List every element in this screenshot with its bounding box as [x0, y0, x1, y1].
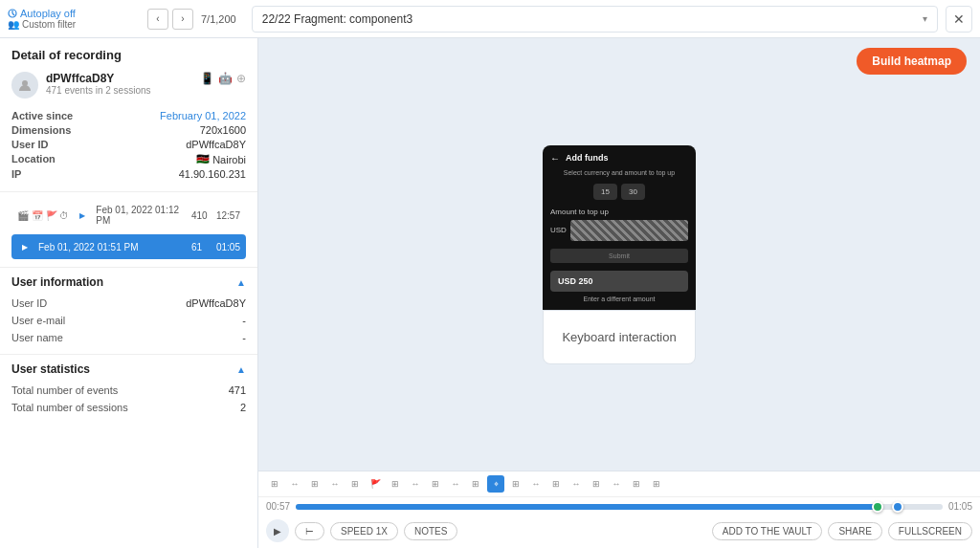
svg-line-2: [12, 13, 14, 15]
timeline-icon-15[interactable]: ↔: [568, 475, 585, 493]
phone-title: Add funds: [566, 153, 609, 163]
share-button[interactable]: SHARE: [828, 522, 881, 540]
sidebar: Detail of recording dPWffcaD8Y 471 event…: [0, 38, 258, 548]
mobile-icon: 📱: [200, 72, 214, 85]
phone-input-label: Amount to top up: [550, 208, 688, 216]
session-2-date: Feb 01, 2022 01:51 PM: [38, 242, 186, 252]
phone-link: Enter a different amount: [550, 296, 688, 302]
timeline-icon-8[interactable]: ↔: [407, 475, 424, 493]
timeline-icon-16[interactable]: ⊞: [588, 475, 605, 493]
timeline-icon-2[interactable]: ↔: [286, 475, 303, 493]
skip-button[interactable]: ⊢: [295, 522, 324, 540]
user-id-block: dPWffcaD8Y 471 events in 2 sessions: [46, 72, 192, 96]
timeline-icon-17[interactable]: ↔: [608, 475, 625, 493]
speed-button[interactable]: SPEED 1X: [330, 522, 398, 540]
timeline-icon-13[interactable]: ↔: [527, 475, 545, 493]
session-2-play[interactable]: ▶: [17, 239, 33, 254]
divider-1: [0, 191, 257, 192]
timeline-icon-1[interactable]: ⊞: [266, 475, 283, 493]
device-icons: 📱 🤖 ⊕: [200, 72, 246, 85]
timeline-icon-9[interactable]: ⊞: [427, 475, 444, 493]
timeline-icon-10[interactable]: ↔: [447, 475, 464, 493]
autoplay-toggle[interactable]: Autoplay off: [8, 8, 132, 19]
user-statistics-section-header[interactable]: User statistics ▲: [0, 354, 257, 380]
more-icon: ⊕: [236, 72, 246, 85]
timeline-icon-4[interactable]: ↔: [326, 475, 344, 493]
controls-row: ▶ ⊢ SPEED 1X NOTES ADD TO THE VAULT SHAR…: [258, 515, 980, 548]
timeline-icon-11[interactable]: ⊞: [467, 475, 484, 493]
progress-track[interactable]: [296, 504, 943, 510]
notes-button[interactable]: NOTES: [404, 522, 457, 540]
phone-amount-row: 15 30: [550, 184, 688, 200]
timeline-icons-row: ⊞ ↔ ⊞ ↔ ⊞ 🚩 ⊞ ↔ ⊞ ↔ ⊞ ⌖ ⊞ ↔ ⊞ ↔ ⊞ ↔ ⊞ ⊞: [258, 471, 980, 497]
timeline-icon-6[interactable]: 🚩: [367, 475, 384, 493]
play-button[interactable]: ▶: [266, 519, 289, 542]
phone-screen: ← Add funds Select currency and amount t…: [543, 145, 696, 310]
keyboard-section: Keyboard interaction: [543, 310, 696, 364]
keyboard-label: Keyboard interaction: [562, 330, 676, 344]
stat-label-1: Total number of events: [11, 384, 118, 396]
user-information-section-header[interactable]: User information ▲: [0, 267, 257, 293]
progress-dot-current: [892, 501, 903, 513]
timeline-icon-14[interactable]: ⊞: [547, 475, 565, 493]
user-info-label-3: User name: [11, 332, 63, 343]
timeline-icon-12[interactable]: ⊞: [507, 475, 524, 493]
time-start: 00:57: [266, 501, 290, 512]
phone-header-row: ← Add funds: [550, 153, 688, 164]
user-events: 471 events in 2 sessions: [46, 85, 192, 96]
stat-value-2: 2: [240, 402, 246, 413]
stat-label-2: Total number of sessions: [11, 402, 128, 413]
fragment-selector[interactable]: 22/22 Fragment: component3 ▾: [252, 6, 938, 33]
nav-arrows: ‹ ›: [147, 9, 193, 30]
autoplay-icon: [8, 9, 17, 18]
nav-count: 7/1,200: [201, 13, 236, 25]
stat-value-1: 471: [229, 384, 246, 396]
fullscreen-button[interactable]: FULLSCREEN: [888, 522, 972, 540]
custom-filter: 👥 Custom filter: [8, 19, 132, 30]
build-heatmap-button[interactable]: Build heatmap: [857, 48, 967, 75]
content-area: Build heatmap ← Add funds Select currenc…: [258, 38, 980, 548]
timeline-icon-18[interactable]: ⊞: [628, 475, 645, 493]
filter-icon: 👥: [8, 19, 19, 30]
user-statistics-arrow: ▲: [236, 364, 246, 375]
user-info-row-2: User e-mail -: [11, 312, 246, 329]
nav-prev-button[interactable]: ‹: [147, 9, 168, 30]
timeline-icon-5[interactable]: ⊞: [346, 475, 364, 493]
ip-label: IP: [11, 168, 73, 180]
session-2-events: 61: [191, 242, 211, 252]
user-info-value-2: -: [242, 315, 246, 326]
player-area: Build heatmap ← Add funds Select currenc…: [258, 38, 980, 471]
session-row-1[interactable]: 🎬 📅 🚩 ⏱ ▶ Feb 01, 2022 01:12 PM 410 12:5…: [11, 200, 246, 230]
user-information-content: User ID dPWffcaD8Y User e-mail - User na…: [0, 293, 257, 354]
session-1-duration: 12:57: [216, 210, 240, 221]
timeline-icon-7[interactable]: ⊞: [387, 475, 404, 493]
timeline-icon-3[interactable]: ⊞: [306, 475, 323, 493]
user-id-label: User ID: [11, 139, 73, 150]
phone-submit-btn: Submit: [550, 249, 688, 263]
session-row-2[interactable]: ▶ Feb 01, 2022 01:51 PM 61 01:05: [11, 234, 246, 259]
active-since-value: February 01, 2022: [80, 110, 246, 121]
location-label: Location: [11, 153, 73, 165]
session-2-duration: 01:05: [216, 242, 240, 252]
session-1-icons: 🎬 📅 🚩 ⏱: [17, 210, 69, 221]
stat-row-2: Total number of sessions 2: [11, 399, 246, 416]
phone-subtitle: Select currency and amount to top up: [550, 169, 688, 176]
timeline-icon-19[interactable]: ⊞: [648, 475, 665, 493]
timeline-icon-cursor[interactable]: ⌖: [487, 475, 504, 493]
phone-amount-chip-1: 15: [593, 184, 617, 200]
android-icon: 🤖: [218, 72, 233, 85]
location-value: 🇰🇪 Nairobi: [80, 153, 246, 165]
ip-value: 41.90.160.231: [80, 168, 246, 180]
nav-next-button[interactable]: ›: [172, 9, 193, 30]
progress-dot-green: [872, 501, 883, 513]
timeline-progress-row: 00:57 01:05: [258, 497, 980, 515]
phone-choice-text: USD 250: [558, 276, 680, 286]
stat-row-1: Total number of events 471: [11, 382, 246, 399]
user-id-text: dPWffcaD8Y: [46, 72, 192, 85]
session-1-play[interactable]: ▶: [75, 208, 90, 223]
vault-button[interactable]: ADD TO THE VAULT: [712, 522, 823, 540]
user-statistics-title: User statistics: [11, 362, 90, 376]
session-1-date: Feb 01, 2022 01:12 PM: [96, 205, 186, 226]
close-button[interactable]: ✕: [946, 6, 972, 33]
active-since-label: Active since: [11, 110, 73, 121]
